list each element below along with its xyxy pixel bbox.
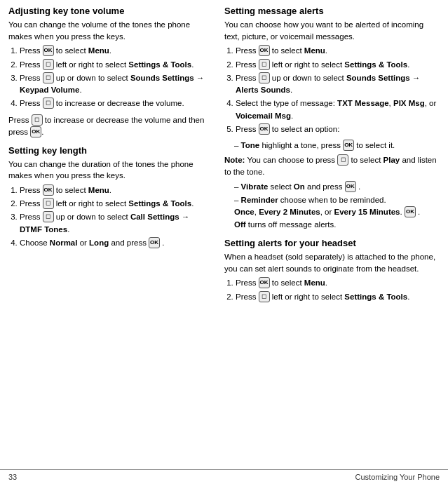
section-label: Customizing Your Phone [355,473,440,481]
step-3-atv: Press ◻ up or down to select Sounds Sett… [20,72,212,97]
step-5-sma: Press OK to select an option: [236,123,440,135]
nav-button-icon: ◻ [43,72,54,83]
press-label: Press [20,46,43,55]
step-1-skl: Press OK to select Menu. [20,184,212,196]
intro-setting-key-length: You can change the duration of the tones… [8,159,212,182]
ok-button-icon: OK [345,181,356,192]
press-label: Press [20,99,43,107]
press-label: Press [236,60,259,69]
step-2-atv: Press ◻ left or right to select Settings… [20,59,212,71]
step-1-sma: Press OK to select Menu. [236,45,440,57]
nav-button-icon: ◻ [259,291,270,302]
sub-options-sma: Tone highlight a tone, press OK to selec… [234,140,440,152]
nav-button-icon: ◻ [43,198,54,209]
press-label: Press [20,199,43,208]
page-footer: 33 Customizing Your Phone [0,469,448,484]
step-1-sah: Press OK to select Menu. [236,277,440,289]
note-sma: Note: You can choose to press ◻ to selec… [224,154,440,178]
nav-button-icon: ◻ [43,98,54,109]
ok-button-icon: OK [43,45,54,56]
step-3-skl: Press ◻ up or down to select Call Settin… [20,211,212,236]
ok-button-icon: OK [149,237,160,248]
right-column: Setting message alerts You can choose ho… [224,6,440,464]
step-4-skl: Choose Normal or Long and press OK . [20,237,212,249]
page: Adjusting key tone volume You can change… [0,0,448,484]
sub-option-vibrate: Vibrate select On and press OK . [234,181,440,193]
sub-option-reminder: Reminder choose when to be reminded. Onc… [234,194,440,231]
ok-button-icon: OK [30,126,41,137]
steps-setting-key-length: Press OK to select Menu. Press ◻ left or… [20,184,212,249]
heading-adjusting-key-tone: Adjusting key tone volume [8,6,212,16]
step-2-sma: Press ◻ left or right to select Settings… [236,59,440,71]
nav-button-icon: ◻ [43,211,54,222]
press-label: Press [236,46,259,55]
page-number: 33 [8,473,17,481]
press-label: Press [236,74,259,82]
ok-button-icon: OK [259,45,270,56]
press-label: Press [20,186,43,194]
note-atv: Press ◻ to increase or decrease the volu… [8,114,212,138]
left-column: Adjusting key tone volume You can change… [8,6,212,464]
step-4-sma: Select the type of message: TXT Message,… [236,98,440,122]
ok-button-icon: OK [405,206,416,217]
steps-adjusting-key-tone: Press OK to select Menu. Press ◻ left or… [20,45,212,109]
press-label: Press [20,213,43,221]
nav-button-icon: ◻ [259,72,270,83]
step-3-sma: Press ◻ up or down to select Sounds Sett… [236,72,440,97]
nav-button-icon: ◻ [337,154,348,166]
press-label: Press [236,293,259,301]
press-label: Press [20,74,43,82]
ok-button-icon: OK [259,123,270,135]
heading-setting-key-length: Setting key length [8,145,212,156]
sub-options-sma-2: Vibrate select On and press OK . Reminde… [234,181,440,231]
step-2-sah: Press ◻ left or right to select Settings… [236,291,440,303]
steps-setting-alerts-headset: Press OK to select Menu. Press ◻ left or… [236,277,440,303]
heading-setting-message-alerts: Setting message alerts [224,6,440,16]
ok-button-icon: OK [343,140,354,151]
heading-setting-alerts-headset: Setting alerts for your headset [224,238,440,248]
press-label: Press [236,278,259,287]
step-4-atv: Press ◻ to increase or decrease the volu… [20,98,212,109]
intro-adjusting-key-tone: You can change the volume of the tones t… [8,19,212,42]
ok-button-icon: OK [43,184,54,196]
step-2-skl: Press ◻ left or right to select Settings… [20,198,212,210]
intro-setting-message-alerts: You can choose how you want to be alerte… [224,19,440,42]
step-1-atv: Press OK to select Menu. [20,45,212,57]
press-label: Press [20,60,43,69]
content-area: Adjusting key tone volume You can change… [0,0,448,469]
press-label: Press [236,125,259,133]
nav-button-icon: ◻ [43,59,54,70]
sub-option-tone: Tone highlight a tone, press OK to selec… [234,140,440,152]
intro-setting-alerts-headset: When a headset (sold separately) is atta… [224,251,440,274]
ok-button-icon: OK [259,277,270,288]
nav-button-icon: ◻ [32,114,43,126]
steps-setting-message-alerts: Press OK to select Menu. Press ◻ left or… [236,45,440,135]
nav-button-icon: ◻ [259,59,270,70]
